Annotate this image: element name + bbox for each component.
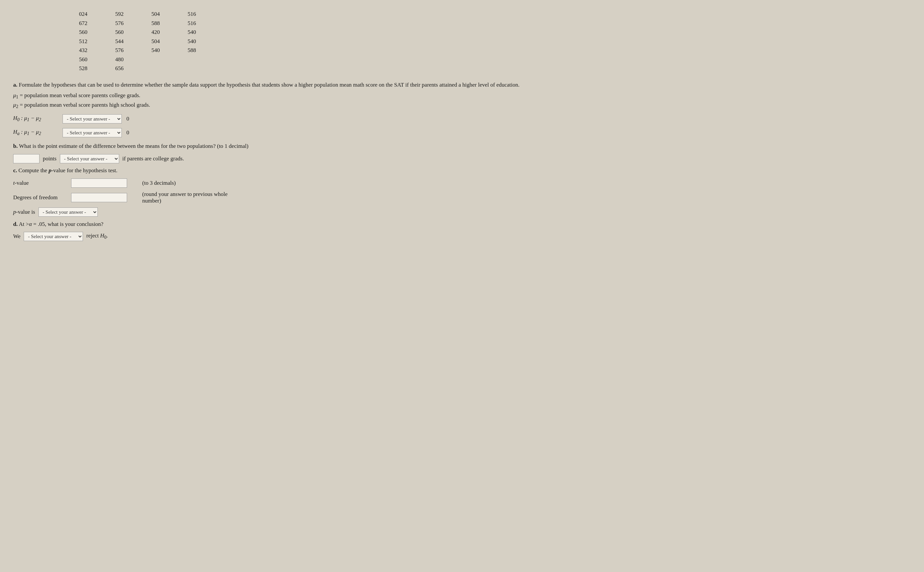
cell (188, 55, 204, 64)
points-label: points (43, 155, 57, 162)
b-after-text: if parents are college grads. (122, 155, 184, 162)
ha-zero: 0 (126, 129, 129, 136)
col3: 504 588 420 504 540 (152, 10, 168, 73)
tvalue-grid: t-value (to 3 decimals) Degrees of freed… (13, 179, 911, 204)
part-d-label: d. (13, 221, 18, 227)
part-d-text: d. At >α = .05, what is your conclusion? (13, 220, 911, 228)
col4: 516 516 540 540 588 (188, 10, 204, 73)
b-answer-row: points - Select your answer - more less … (13, 154, 911, 163)
cell (188, 64, 204, 73)
part-a-text: a. Formulate the hypotheses that can be … (13, 81, 911, 89)
cell: 504 (152, 37, 168, 46)
df-label: Degrees of freedom (13, 194, 66, 201)
part-a-label: a. (13, 82, 17, 88)
h0-row: H0 : μ1 − μ2 - Select your answer - ≤ ≥ … (13, 114, 911, 123)
h0-zero: 0 (126, 116, 129, 122)
ha-row: Ha : μ1 − μ2 - Select your answer - ≤ ≥ … (13, 128, 911, 137)
cell: 592 (115, 10, 132, 19)
part-a: a. Formulate the hypotheses that can be … (13, 81, 911, 137)
cell: 024 (79, 10, 95, 19)
cell: 588 (152, 19, 168, 28)
cell: 576 (115, 19, 132, 28)
cell: 420 (152, 28, 168, 37)
pvalue-label: p-value is (13, 209, 35, 215)
part-d: d. At >α = .05, what is your conclusion?… (13, 220, 911, 241)
cell: 672 (79, 19, 95, 28)
cell: 540 (188, 37, 204, 46)
pvalue-select[interactable]: - Select your answer - between .005 and … (39, 207, 98, 217)
col1: 024 672 560 512 432 560 528 (79, 10, 95, 73)
h0-select[interactable]: - Select your answer - ≤ ≥ = < > ≠ (62, 114, 122, 123)
cell: 516 (188, 10, 204, 19)
tvalue-label: t-value (13, 180, 66, 187)
ha-label: Ha : μ1 − μ2 (13, 129, 59, 136)
mu1-definition: μ1 = population mean verbal score parent… (13, 92, 911, 100)
cell: 540 (152, 46, 168, 54)
tvalue-input[interactable] (71, 179, 127, 188)
b-select[interactable]: - Select your answer - more less fewer h… (60, 154, 119, 163)
part-b: b. What is the point estimate of the dif… (13, 142, 911, 164)
part-c-label: c. (13, 167, 17, 174)
h0-label: H0 : μ1 − μ2 (13, 115, 59, 123)
part-b-label: b. (13, 143, 18, 149)
ha-select[interactable]: - Select your answer - ≤ ≥ = < > ≠ (62, 128, 122, 137)
tvalue-note: (to 3 decimals) (142, 180, 241, 187)
pvalue-row: p-value is - Select your answer - betwee… (13, 207, 911, 217)
cell: 504 (152, 10, 168, 19)
cell: 544 (115, 37, 132, 46)
part-c-text: c. Compute the p-value for the hypothesi… (13, 167, 911, 174)
data-table: 024 672 560 512 432 560 528 592 576 560 … (13, 10, 911, 73)
we-label: We (13, 233, 20, 240)
cell: 576 (115, 46, 132, 54)
cell: 528 (79, 64, 95, 73)
cell: 512 (79, 37, 95, 46)
points-input[interactable] (13, 154, 39, 163)
cell: 516 (188, 19, 204, 28)
cell: 560 (79, 28, 95, 37)
cell (152, 64, 168, 73)
cell (152, 55, 168, 64)
conclusion-select[interactable]: - Select your answer - do not do (24, 232, 83, 241)
part-b-text: b. What is the point estimate of the dif… (13, 142, 911, 151)
reject-text: reject H0. (86, 233, 108, 240)
df-note: (round your answer to previous whole num… (142, 191, 241, 204)
cell: 432 (79, 46, 95, 54)
col2: 592 576 560 544 576 480 656 (115, 10, 132, 73)
part-c: c. Compute the p-value for the hypothesi… (13, 167, 911, 217)
cell: 560 (115, 28, 132, 37)
conclusion-row: We - Select your answer - do not do reje… (13, 232, 911, 241)
df-input[interactable] (71, 193, 127, 202)
cell: 540 (188, 28, 204, 37)
cell: 480 (115, 55, 132, 64)
cell: 588 (188, 46, 204, 54)
cell: 656 (115, 64, 132, 73)
mu2-definition: μ2 = population mean verbal score parent… (13, 102, 911, 109)
cell: 560 (79, 55, 95, 64)
